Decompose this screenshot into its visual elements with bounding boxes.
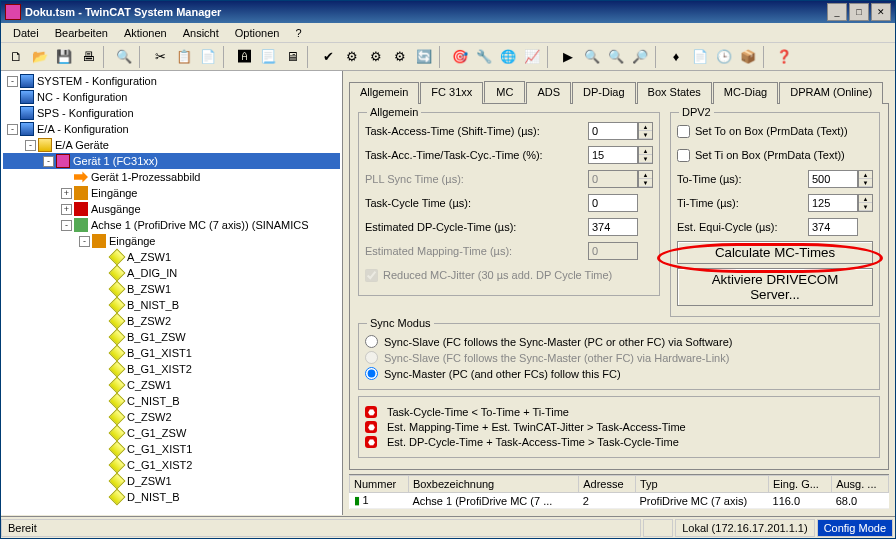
input-to-time[interactable] bbox=[808, 170, 858, 188]
input-ti-time[interactable] bbox=[808, 194, 858, 212]
tb-btn-icon[interactable]: 🔄 bbox=[413, 46, 435, 68]
tree-panel[interactable]: -SYSTEM - KonfigurationNC - Konfiguratio… bbox=[1, 71, 343, 515]
tb-open-icon[interactable]: 📂 bbox=[29, 46, 51, 68]
tab-mc-diag[interactable]: MC-Diag bbox=[713, 82, 778, 104]
tb-btn-icon[interactable]: ▶ bbox=[557, 46, 579, 68]
tab-allgemein[interactable]: Allgemein bbox=[349, 82, 419, 104]
tb-new-icon[interactable]: 🗋 bbox=[5, 46, 27, 68]
tb-paste-icon[interactable]: 📄 bbox=[197, 46, 219, 68]
tab-box-states[interactable]: Box States bbox=[637, 82, 712, 104]
tb-search-icon[interactable]: 🔍 bbox=[113, 46, 135, 68]
tb-btn-icon[interactable]: 🕒 bbox=[713, 46, 735, 68]
collapse-icon[interactable]: - bbox=[7, 76, 18, 87]
tab-fc-31xx[interactable]: FC 31xx bbox=[420, 82, 483, 104]
menu-help[interactable]: ? bbox=[287, 25, 309, 41]
tab-ads[interactable]: ADS bbox=[526, 82, 571, 104]
menu-datei[interactable]: Datei bbox=[5, 25, 47, 41]
tb-check-icon[interactable]: ✔ bbox=[317, 46, 339, 68]
activate-drivecom-button[interactable]: Aktiviere DRIVECOM Server... bbox=[677, 268, 873, 306]
tb-btn-icon[interactable]: 🅰 bbox=[233, 46, 255, 68]
tb-btn-icon[interactable]: 📈 bbox=[521, 46, 543, 68]
tb-copy-icon[interactable]: 📋 bbox=[173, 46, 195, 68]
collapse-icon[interactable]: - bbox=[43, 156, 54, 167]
tb-help-icon[interactable]: ❓ bbox=[773, 46, 795, 68]
input-task-acc-cyc[interactable] bbox=[588, 146, 638, 164]
input-task-access[interactable] bbox=[588, 122, 638, 140]
table-row[interactable]: ▮ 1 Achse 1 (ProfiDrive MC (7 ... 2 Prof… bbox=[350, 493, 889, 509]
minimize-button[interactable]: _ bbox=[827, 3, 847, 21]
tb-btn-icon[interactable]: ♦ bbox=[665, 46, 687, 68]
tb-save-icon[interactable]: 💾 bbox=[53, 46, 75, 68]
col-eing[interactable]: Eing. G... bbox=[769, 476, 832, 493]
maximize-button[interactable]: □ bbox=[849, 3, 869, 21]
tree-node[interactable]: -Achse 1 (ProfiDrive MC (7 axis)) (SINAM… bbox=[3, 217, 340, 233]
tree-node[interactable]: -E/A - Konfiguration bbox=[3, 121, 340, 137]
tb-saveall-icon[interactable]: 🖶 bbox=[77, 46, 99, 68]
spinner[interactable]: ▲▼ bbox=[638, 146, 653, 164]
spinner[interactable]: ▲▼ bbox=[638, 122, 653, 140]
tb-btn-icon[interactable]: ⚙ bbox=[365, 46, 387, 68]
tree-node[interactable]: B_G1_XIST2 bbox=[3, 361, 340, 377]
input-est-dp[interactable] bbox=[588, 218, 638, 236]
chk-set-ti[interactable] bbox=[677, 149, 690, 162]
tb-btn-icon[interactable]: ⚙ bbox=[389, 46, 411, 68]
tb-btn-icon[interactable]: 🔎 bbox=[629, 46, 651, 68]
tree-node[interactable]: +Eingänge bbox=[3, 185, 340, 201]
menu-bearbeiten[interactable]: Bearbeiten bbox=[47, 25, 116, 41]
tb-btn-icon[interactable]: ⚙ bbox=[341, 46, 363, 68]
tree-node[interactable]: B_NIST_B bbox=[3, 297, 340, 313]
radio-sync-master[interactable] bbox=[365, 367, 378, 380]
tree-node[interactable]: D_NIST_B bbox=[3, 489, 340, 505]
menu-ansicht[interactable]: Ansicht bbox=[175, 25, 227, 41]
collapse-icon[interactable]: - bbox=[25, 140, 36, 151]
tree-node[interactable]: Gerät 1-Prozessabbild bbox=[3, 169, 340, 185]
input-task-cycle[interactable] bbox=[588, 194, 638, 212]
close-button[interactable]: ✕ bbox=[871, 3, 891, 21]
tb-btn-icon[interactable]: 📄 bbox=[689, 46, 711, 68]
calculate-mc-times-button[interactable]: Calculate MC-Times bbox=[677, 241, 873, 264]
col-adresse[interactable]: Adresse bbox=[579, 476, 636, 493]
tree-node[interactable]: +Ausgänge bbox=[3, 201, 340, 217]
menu-aktionen[interactable]: Aktionen bbox=[116, 25, 175, 41]
tab-mc[interactable]: MC bbox=[484, 81, 525, 103]
col-typ[interactable]: Typ bbox=[636, 476, 769, 493]
tree-node[interactable]: A_DIG_IN bbox=[3, 265, 340, 281]
tree-node[interactable]: A_ZSW1 bbox=[3, 249, 340, 265]
tree-node[interactable]: C_ZSW2 bbox=[3, 409, 340, 425]
tree-node[interactable]: -E/A Geräte bbox=[3, 137, 340, 153]
input-est-equi[interactable] bbox=[808, 218, 858, 236]
tree-node[interactable]: B_ZSW2 bbox=[3, 313, 340, 329]
tb-btn-icon[interactable]: 🔧 bbox=[473, 46, 495, 68]
col-ausg[interactable]: Ausg. ... bbox=[832, 476, 889, 493]
expand-icon[interactable]: + bbox=[61, 204, 72, 215]
chk-set-to[interactable] bbox=[677, 125, 690, 138]
tab-dpram-online-[interactable]: DPRAM (Online) bbox=[779, 82, 883, 104]
tree-node[interactable]: D_ZSW1 bbox=[3, 473, 340, 489]
tree-node[interactable]: SPS - Konfiguration bbox=[3, 105, 340, 121]
tb-cut-icon[interactable]: ✂ bbox=[149, 46, 171, 68]
collapse-icon[interactable]: - bbox=[79, 236, 90, 247]
tree-node[interactable]: C_ZSW1 bbox=[3, 377, 340, 393]
tree-node[interactable]: B_G1_XIST1 bbox=[3, 345, 340, 361]
tb-btn-icon[interactable]: 🔍 bbox=[581, 46, 603, 68]
tree-node[interactable]: B_G1_ZSW bbox=[3, 329, 340, 345]
tb-btn-icon[interactable]: 📃 bbox=[257, 46, 279, 68]
tab-dp-diag[interactable]: DP-Diag bbox=[572, 82, 636, 104]
tb-btn-icon[interactable]: 🌐 bbox=[497, 46, 519, 68]
box-grid[interactable]: Nummer Boxbezeichnung Adresse Typ Eing. … bbox=[349, 475, 889, 509]
collapse-icon[interactable]: - bbox=[7, 124, 18, 135]
collapse-icon[interactable]: - bbox=[61, 220, 72, 231]
tree-node[interactable]: -SYSTEM - Konfiguration bbox=[3, 73, 340, 89]
spinner[interactable]: ▲▼ bbox=[858, 170, 873, 188]
expand-icon[interactable]: + bbox=[61, 188, 72, 199]
tb-btn-icon[interactable]: 🖥 bbox=[281, 46, 303, 68]
tree-node[interactable]: C_G1_XIST2 bbox=[3, 457, 340, 473]
tb-btn-icon[interactable]: 🎯 bbox=[449, 46, 471, 68]
radio-sync-slave-sw[interactable] bbox=[365, 335, 378, 348]
tree-node[interactable]: C_G1_ZSW bbox=[3, 425, 340, 441]
col-boxbez[interactable]: Boxbezeichnung bbox=[408, 476, 578, 493]
tree-node[interactable]: C_NIST_B bbox=[3, 393, 340, 409]
tree-node[interactable]: -Eingänge bbox=[3, 233, 340, 249]
tb-btn-icon[interactable]: 📦 bbox=[737, 46, 759, 68]
col-nummer[interactable]: Nummer bbox=[350, 476, 409, 493]
